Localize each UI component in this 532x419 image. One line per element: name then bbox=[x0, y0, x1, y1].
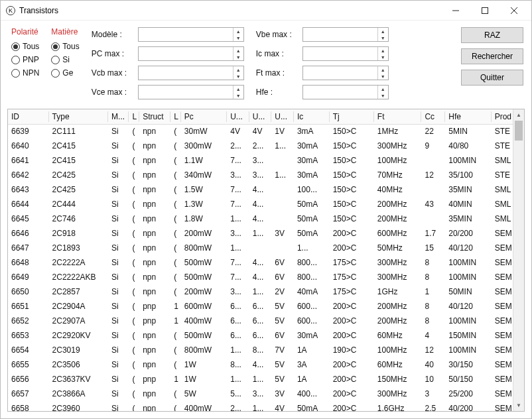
table-row[interactable]: 66442C444Si(npn(1.3W7...4...50mA150>C200… bbox=[8, 197, 524, 211]
spin-up-icon[interactable]: ▲ bbox=[233, 86, 243, 92]
spin-down-icon[interactable]: ▼ bbox=[233, 73, 243, 80]
cell-tj: 200>C bbox=[330, 372, 374, 387]
table-row[interactable]: 66522C2907ASi(pnp1400mW6...6...5V600...2… bbox=[8, 314, 524, 328]
table-row[interactable]: 66412C415Si(npn(1.1W7...3...30mA150>C100… bbox=[8, 153, 524, 168]
spin-input[interactable]: ▲▼ bbox=[302, 27, 389, 42]
table-row[interactable]: 66492C2222AKBSi(npn(500mW7...4...6V800..… bbox=[8, 270, 524, 284]
table-row[interactable]: 66392C111Si(npn(30mW4V4V1V3mA150>C1MHz22… bbox=[8, 124, 524, 139]
scroll-track[interactable] bbox=[513, 121, 524, 400]
matiere-radio-tous[interactable]: Tous bbox=[51, 42, 79, 51]
spin-down-icon[interactable]: ▼ bbox=[378, 34, 388, 41]
spin-down-icon[interactable]: ▼ bbox=[233, 34, 243, 41]
table-row[interactable]: 66572C3866ASi(npn(5W5...3...3V400...200>… bbox=[8, 387, 524, 401]
spin-up-icon[interactable]: ▲ bbox=[233, 66, 243, 73]
table-row[interactable]: 66502C2857Si(npn(200mW3...1...2V40mA175>… bbox=[8, 284, 524, 299]
text-input[interactable] bbox=[139, 28, 233, 41]
table-row[interactable]: 66542C3019Si(npn(800mW1...8...7V1A190>C1… bbox=[8, 343, 524, 357]
table-row[interactable]: 66582C3960Si(npn(400mW2...1...4V50mA200>… bbox=[8, 401, 524, 412]
spin-input[interactable]: ▲▼ bbox=[138, 46, 244, 61]
col-header-pc[interactable]: Pc bbox=[181, 109, 227, 124]
spin-up-icon[interactable]: ▲ bbox=[378, 28, 388, 34]
spin-down-icon[interactable]: ▼ bbox=[378, 73, 388, 80]
cell-tj: 150>C bbox=[330, 168, 374, 182]
scroll-thumb[interactable] bbox=[515, 121, 523, 141]
table-row[interactable]: 66452C746Si(npn(1.8W1...4...50mA150>C200… bbox=[8, 211, 524, 226]
spin-down-icon[interactable]: ▼ bbox=[378, 54, 388, 60]
table-row[interactable]: 66482C2222ASi(npn(500mW7...4...6V800...1… bbox=[8, 255, 524, 270]
text-input[interactable] bbox=[303, 28, 377, 41]
table-row[interactable]: 66432C425Si(npn(1.5W7...4...100...150>C4… bbox=[8, 182, 524, 197]
col-header-id[interactable]: ID bbox=[8, 109, 49, 124]
scroll-down-button[interactable]: ▼ bbox=[513, 400, 524, 411]
table-row[interactable]: 66512C2904ASi(pnp1600mW6...6...5V600...2… bbox=[8, 299, 524, 314]
col-header-type[interactable]: Type bbox=[49, 109, 109, 124]
spin-down-icon[interactable]: ▼ bbox=[378, 92, 388, 99]
col-header-u3[interactable]: U... bbox=[271, 109, 294, 124]
spin-up-icon[interactable]: ▲ bbox=[233, 28, 243, 34]
col-header-m[interactable]: M... bbox=[108, 109, 129, 124]
spin-input[interactable]: ▲▼ bbox=[138, 85, 244, 99]
cell-m: Si bbox=[108, 387, 129, 401]
spin-down-icon[interactable]: ▼ bbox=[233, 92, 243, 99]
cell-pc: 340mW bbox=[181, 168, 227, 182]
col-header-l1[interactable]: L bbox=[129, 109, 139, 124]
spin-up-icon[interactable]: ▲ bbox=[378, 86, 388, 92]
spin-up-icon[interactable]: ▲ bbox=[233, 47, 243, 54]
col-header-struct[interactable]: Struct bbox=[139, 109, 170, 124]
table-row[interactable]: 66422C425Si(npn(340mW3...3...1...30mA150… bbox=[8, 168, 524, 182]
polarite-radio-pnp[interactable]: PNP bbox=[11, 55, 39, 64]
text-input[interactable] bbox=[139, 66, 233, 80]
text-input[interactable] bbox=[303, 66, 377, 80]
col-header-u2[interactable]: U... bbox=[249, 109, 272, 124]
table-row[interactable]: 66402C415Si(npn(300mW2...2...1...30mA150… bbox=[8, 139, 524, 153]
text-input[interactable] bbox=[139, 47, 233, 60]
table-row[interactable]: 66552C3506Si(npn(1W8...4...5V3A200>C60MH… bbox=[8, 357, 524, 372]
col-header-u1[interactable]: U... bbox=[227, 109, 249, 124]
text-input[interactable] bbox=[303, 86, 377, 99]
close-button[interactable] bbox=[499, 1, 529, 20]
cell-id: 6653 bbox=[8, 328, 49, 343]
cell-l1: ( bbox=[129, 284, 139, 299]
col-header-cc[interactable]: Cc bbox=[421, 109, 445, 124]
vertical-scrollbar[interactable]: ▲ ▼ bbox=[513, 109, 524, 411]
spin-input[interactable]: ▲▼ bbox=[302, 46, 389, 61]
cell-tj: 175>C bbox=[330, 255, 374, 270]
table-row[interactable]: 66462C918Si(npn(200mW3...1...3V50mA200>C… bbox=[8, 226, 524, 241]
spin-up-icon[interactable]: ▲ bbox=[378, 47, 388, 54]
spin-input[interactable]: ▲▼ bbox=[302, 85, 389, 99]
quit-button[interactable]: Quitter bbox=[461, 70, 523, 86]
text-input[interactable] bbox=[303, 47, 377, 60]
cell-ft: 60MHz bbox=[374, 328, 422, 343]
polarite-radio-npn[interactable]: NPN bbox=[11, 68, 39, 78]
search-button[interactable]: Rechercher bbox=[461, 48, 523, 64]
cell-l1: ( bbox=[129, 226, 139, 241]
cell-hfe: 100MIN bbox=[445, 255, 491, 270]
matiere-radio-ge[interactable]: Ge bbox=[51, 68, 79, 78]
col-header-hfe[interactable]: Hfe bbox=[445, 109, 491, 124]
field-label: PC max : bbox=[92, 49, 134, 58]
spin-up-icon[interactable]: ▲ bbox=[378, 66, 388, 73]
data-grid[interactable]: IDTypeM...LStructLPcU...U...U...IcTjFtCc… bbox=[8, 109, 524, 412]
col-header-tj[interactable]: Tj bbox=[330, 109, 374, 124]
scroll-up-button[interactable]: ▲ bbox=[513, 109, 524, 121]
cell-u3: 2V bbox=[271, 284, 294, 299]
header-row: IDTypeM...LStructLPcU...U...U...IcTjFtCc… bbox=[8, 109, 524, 124]
spin-input[interactable]: ▲▼ bbox=[138, 66, 244, 80]
maximize-button[interactable] bbox=[470, 1, 499, 20]
cell-u3 bbox=[271, 211, 294, 226]
spin-input[interactable]: ▲▼ bbox=[138, 27, 244, 42]
table-row[interactable]: 66532C2920KVSi(npn(500mW6...6...6V30mA20… bbox=[8, 328, 524, 343]
spin-input[interactable]: ▲▼ bbox=[302, 66, 389, 80]
matiere-radio-si[interactable]: Si bbox=[51, 55, 79, 64]
table-row[interactable]: 66562C3637KVSi(pnp11W1...1...5V1A200>C15… bbox=[8, 372, 524, 387]
spin-down-icon[interactable]: ▼ bbox=[233, 54, 243, 60]
col-header-ft[interactable]: Ft bbox=[374, 109, 422, 124]
text-input[interactable] bbox=[139, 86, 233, 99]
polarite-radio-tous[interactable]: Tous bbox=[11, 42, 39, 51]
minimize-button[interactable] bbox=[441, 1, 470, 20]
raz-button[interactable]: RAZ bbox=[461, 27, 523, 43]
cell-id: 6643 bbox=[8, 182, 49, 197]
col-header-l2[interactable]: L bbox=[170, 109, 181, 124]
col-header-ic[interactable]: Ic bbox=[294, 109, 330, 124]
table-row[interactable]: 66472C1893Si(npn(800mW1...1...200>C50MHz… bbox=[8, 241, 524, 255]
